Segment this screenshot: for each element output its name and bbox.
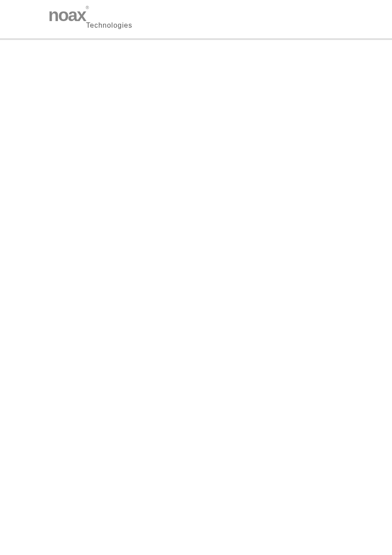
brand-logo: noax® Technologies (48, 5, 132, 34)
brand-subtitle: Technologies (86, 22, 132, 29)
registered-mark: ® (86, 5, 88, 10)
brand-name: noax (48, 5, 86, 25)
page-header: noax® Technologies (0, 0, 392, 40)
